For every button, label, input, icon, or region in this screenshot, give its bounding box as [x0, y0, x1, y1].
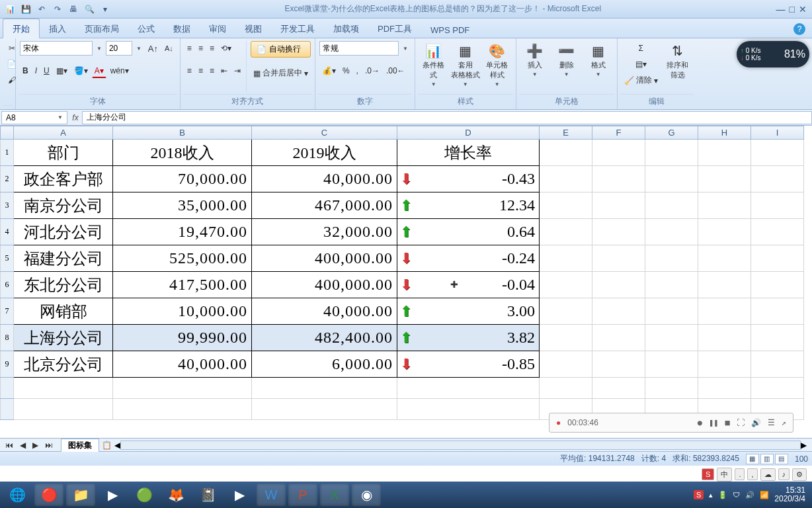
cell-2019[interactable]: 467,000.00 — [252, 192, 397, 219]
decrease-decimal-icon[interactable]: .00← — [384, 64, 408, 78]
tray-expand-icon[interactable]: ▴ — [709, 491, 713, 499]
scroll-right-icon[interactable]: ▶ — [801, 441, 807, 450]
col-header[interactable]: E — [540, 126, 592, 140]
table-header[interactable]: 2019收入 — [252, 140, 397, 166]
tab-review[interactable]: 审阅 — [200, 19, 235, 38]
orientation-icon[interactable]: ⟲▾ — [218, 41, 234, 56]
cell-2019[interactable]: 32,000.00 — [252, 219, 397, 245]
taskbar-edge-icon[interactable]: 🟢 — [130, 484, 159, 506]
italic-button[interactable]: I — [32, 64, 40, 78]
delete-cells-button[interactable]: ➖删除▼ — [552, 41, 581, 79]
fx-icon[interactable]: fx — [69, 113, 82, 122]
tray-volume-icon[interactable]: 🔊 — [745, 491, 754, 499]
record-button[interactable]: ● — [698, 418, 702, 427]
volume-icon[interactable]: 🔊 — [751, 418, 761, 427]
font-color-icon[interactable]: A▾ — [92, 64, 106, 78]
taskbar-powerpoint-icon[interactable]: P — [288, 484, 317, 506]
network-widget[interactable]: ↑ 0 K/s ↓ 0 K/s 81% — [737, 41, 809, 67]
taskbar-ie-icon[interactable]: 🌐 — [3, 484, 32, 506]
redo-icon[interactable]: ↷ — [50, 2, 65, 17]
formula-input[interactable]: 上海分公司 — [82, 111, 812, 124]
scroll-left-icon[interactable]: ◀ — [114, 441, 120, 450]
ime-punct[interactable]: . — [735, 468, 745, 480]
cell-dept[interactable]: 北京分公司 — [14, 351, 113, 378]
table-header[interactable]: 部门 — [14, 140, 113, 166]
border-icon[interactable]: ▦▾ — [54, 64, 70, 78]
comma-icon[interactable]: , — [354, 64, 361, 78]
merge-button[interactable]: ▦合并后居中 ▾ — [251, 65, 311, 81]
cell-2019[interactable]: 40,000.00 — [252, 166, 397, 192]
cell-dept[interactable]: 网销部 — [14, 298, 113, 325]
sheet-nav-last-icon[interactable]: ⏭ — [42, 438, 56, 452]
tab-view[interactable]: 视图 — [235, 19, 271, 38]
zoom-control[interactable]: 100 — [795, 454, 808, 464]
cell-2018[interactable]: 35,000.00 — [113, 192, 252, 219]
cell-growth[interactable]: ⬇-0.85 — [397, 351, 540, 378]
align-right-icon[interactable]: ≡ — [207, 64, 217, 78]
table-header[interactable]: 增长率 — [397, 140, 540, 166]
tab-pdf[interactable]: PDF工具 — [368, 19, 421, 38]
tray-network-icon[interactable]: 📶 — [760, 491, 769, 499]
align-left-icon[interactable]: ≡ — [184, 64, 194, 78]
ime-sogou-icon[interactable]: S — [702, 468, 714, 480]
cell-growth[interactable]: ⬇-0.43 — [397, 166, 540, 192]
underline-button[interactable]: U — [41, 64, 52, 78]
increase-decimal-icon[interactable]: .0→ — [362, 64, 382, 78]
cell-dept[interactable]: 河北分公司 — [14, 219, 113, 245]
list-icon[interactable]: ☰ — [768, 418, 775, 427]
col-header[interactable]: C — [252, 126, 397, 140]
horizontal-scrollbar[interactable]: ◀▶ — [114, 440, 807, 450]
conditional-format-button[interactable]: 📊条件格式▼ — [419, 41, 448, 79]
taskbar-tencent-icon[interactable]: ▶ — [225, 484, 254, 506]
taskbar-wps-icon[interactable]: W — [257, 484, 286, 506]
phonetic-icon[interactable]: wén▾ — [108, 64, 132, 78]
close-button[interactable]: ✕ — [799, 4, 807, 15]
cell-2018[interactable]: 525,000.00 — [113, 245, 252, 272]
name-box[interactable]: A8 ▼ — [1, 111, 67, 124]
fill-color-icon[interactable]: 🪣▾ — [71, 64, 91, 78]
fill-icon[interactable]: ▤▾ — [622, 57, 661, 71]
col-header[interactable]: A — [14, 126, 113, 140]
cell-2018[interactable]: 40,000.00 — [113, 351, 252, 378]
number-format-input[interactable] — [319, 41, 399, 56]
font-size-input[interactable] — [106, 41, 132, 56]
taskbar-excel-icon[interactable]: X — [320, 484, 349, 506]
print-icon[interactable]: 🖶 — [66, 2, 81, 17]
worksheet[interactable]: ABCDEFGHI1部门2018收入2019收入增长率2政企客户部70,000.… — [0, 126, 812, 438]
tab-data[interactable]: 数据 — [164, 19, 200, 38]
view-pagebreak-icon[interactable]: ▤ — [775, 454, 788, 464]
sheet-tab-active[interactable]: 图标集 — [61, 439, 99, 452]
cell-2019[interactable]: 482,400.00 — [252, 325, 397, 351]
tab-home[interactable]: 开始 — [3, 19, 40, 38]
number-format-dropdown-icon[interactable]: ▼ — [400, 41, 411, 56]
stop-button[interactable]: ■ — [725, 418, 730, 427]
taskbar-firefox-icon[interactable]: 🦊 — [161, 484, 190, 506]
qat-more-icon[interactable]: ▾ — [98, 2, 112, 17]
cell-2018[interactable]: 417,500.00 — [113, 272, 252, 298]
taskbar-explorer-icon[interactable]: 📁 — [66, 484, 95, 506]
sort-filter-button[interactable]: ⇅排序和 筛选 — [663, 41, 692, 79]
sheet-options-icon[interactable]: 📋 — [99, 438, 114, 452]
ime-settings-icon[interactable]: ⚙ — [792, 468, 807, 481]
cell-dept[interactable]: 南京分公司 — [14, 192, 113, 219]
taskbar-media-icon[interactable]: ▶ — [98, 484, 127, 506]
pause-button[interactable]: ❚❚ — [709, 418, 718, 427]
tray-sogou-icon[interactable]: S — [694, 490, 704, 499]
tray-clock[interactable]: 15:31 2020/3/4 — [774, 486, 805, 503]
fullscreen-button[interactable]: ⛶ — [737, 418, 745, 427]
minimize-button[interactable]: — — [776, 4, 786, 15]
view-normal-icon[interactable]: ▦ — [746, 454, 759, 464]
autosum-icon[interactable]: Σ — [622, 41, 661, 56]
taskbar-vm-icon[interactable]: ◉ — [352, 484, 381, 506]
shrink-font-icon[interactable]: A↓ — [162, 41, 176, 56]
font-name-dropdown-icon[interactable]: ▼ — [94, 41, 104, 56]
font-name-input[interactable] — [20, 41, 93, 56]
cell-dept[interactable]: 政企客户部 — [14, 166, 113, 192]
insert-cells-button[interactable]: ➕插入▼ — [520, 41, 549, 79]
bold-button[interactable]: B — [20, 64, 31, 78]
system-tray[interactable]: S ▴ 🔋 🛡 🔊 📶 15:31 2020/3/4 — [694, 486, 809, 503]
col-header[interactable]: F — [592, 126, 645, 140]
preview-icon[interactable]: 🔍 — [82, 2, 97, 17]
cell-growth[interactable]: ⬆3.00 — [397, 298, 540, 325]
sheet-nav-prev-icon[interactable]: ◀ — [17, 438, 28, 452]
